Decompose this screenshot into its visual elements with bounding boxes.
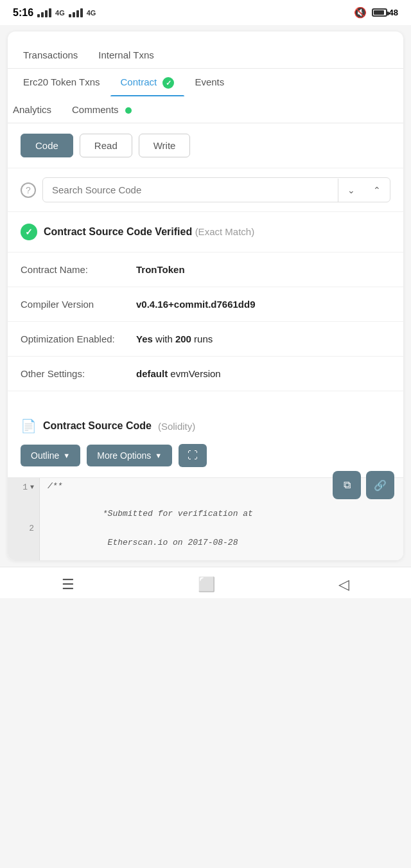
line-arrow-icon: ▼	[30, 484, 34, 491]
tab-comments[interactable]: Comments	[62, 96, 142, 123]
expand-button[interactable]: ⛶	[179, 444, 207, 467]
compiler-version-row: Compiler Version v0.4.16+commit.d7661dd9	[8, 287, 403, 322]
search-input[interactable]	[43, 178, 338, 202]
source-title: Contract Source Code	[43, 420, 152, 432]
code-content-2: *Submitted for verification at Etherscan…	[40, 496, 261, 560]
status-bar: 5:16 4G 4G 🔇 48	[0, 0, 411, 25]
comments-dot	[125, 107, 132, 114]
optimization-row: Optimization Enabled: Yes with 200 runs	[8, 322, 403, 357]
verified-subtext: (Exact Match)	[195, 226, 255, 237]
search-box: ⌄ ⌃	[42, 177, 390, 202]
tabs-row-1: Transactions Internal Txns	[8, 31, 403, 69]
contract-name-value: TronToken	[136, 264, 185, 275]
line-num-2: 2	[29, 524, 34, 533]
compiler-value: v0.4.16+commit.d7661dd9	[136, 299, 256, 310]
link-button[interactable]: 🔗	[366, 471, 394, 499]
code-content-1: /**	[40, 478, 70, 496]
mute-icon: 🔇	[354, 6, 367, 19]
contract-name-label: Contract Name:	[21, 264, 123, 275]
write-button[interactable]: Write	[139, 134, 191, 157]
action-buttons: Code Read Write	[8, 123, 403, 168]
chevron-down-icon[interactable]: ⌄	[338, 185, 364, 195]
other-settings-label: Other Settings:	[21, 368, 123, 379]
battery-level: 48	[389, 8, 398, 17]
outline-button[interactable]: Outline ▼	[21, 445, 80, 466]
network-icon: 4G	[55, 9, 65, 17]
verified-checkmark-icon	[21, 224, 37, 240]
tab-analytics[interactable]: Analytics	[10, 96, 62, 123]
code-line-2: 2 *Submitted for verification at Ethersc…	[8, 496, 403, 560]
menu-icon[interactable]: ☰	[62, 576, 74, 593]
network-icon-2: 4G	[87, 9, 96, 17]
optimization-value: Yes with 200 runs	[136, 333, 213, 344]
tab-erc20[interactable]: Erc20 Token Txns	[21, 69, 110, 96]
time-display: 5:16	[13, 7, 33, 19]
line-num-1: 1	[22, 483, 28, 492]
help-icon[interactable]: ?	[21, 182, 36, 198]
read-button[interactable]: Read	[80, 134, 132, 157]
verified-section: Contract Source Code Verified (Exact Mat…	[8, 212, 403, 252]
tab-internal-txns[interactable]: Internal Txns	[88, 42, 164, 68]
verified-text: Contract Source Code Verified	[44, 226, 192, 237]
source-code-header: 📄 Contract Source Code (Solidity)	[8, 404, 403, 444]
contract-verified-icon	[162, 77, 174, 89]
compiler-label: Compiler Version	[21, 299, 123, 310]
tabs-row-2: Analytics Comments	[8, 96, 403, 123]
nav-bar: ☰ ⬜ ◁	[0, 567, 411, 598]
tab-transactions[interactable]: Transactions	[21, 42, 88, 68]
signal-icon-2	[69, 8, 83, 17]
more-options-chevron-icon: ▼	[155, 452, 162, 459]
home-icon[interactable]: ⬜	[198, 576, 215, 593]
other-settings-row: Other Settings: default evmVersion	[8, 357, 403, 391]
back-icon[interactable]: ◁	[338, 576, 349, 593]
file-icon: 📄	[21, 418, 37, 434]
optimization-label: Optimization Enabled:	[21, 333, 123, 344]
source-subtitle: (Solidity)	[158, 421, 195, 432]
battery-indicator: 48	[372, 8, 398, 17]
contract-name-row: Contract Name: TronToken	[8, 252, 403, 287]
tabs-row-1b: Erc20 Token Txns Contract Events	[8, 69, 403, 96]
chevron-up-icon[interactable]: ⌃	[364, 185, 390, 195]
other-settings-value: default evmVersion	[136, 368, 221, 379]
search-row: ? ⌄ ⌃	[8, 168, 403, 212]
signal-icon	[37, 8, 51, 17]
main-card: Transactions Internal Txns Erc20 Token T…	[8, 31, 403, 560]
code-button[interactable]: Code	[21, 134, 73, 157]
more-options-button[interactable]: More Options ▼	[87, 445, 172, 466]
outline-chevron-icon: ▼	[63, 452, 70, 459]
tab-contract[interactable]: Contract	[110, 69, 185, 96]
copy-button[interactable]: ⧉	[333, 471, 361, 499]
tab-events[interactable]: Events	[184, 69, 234, 96]
